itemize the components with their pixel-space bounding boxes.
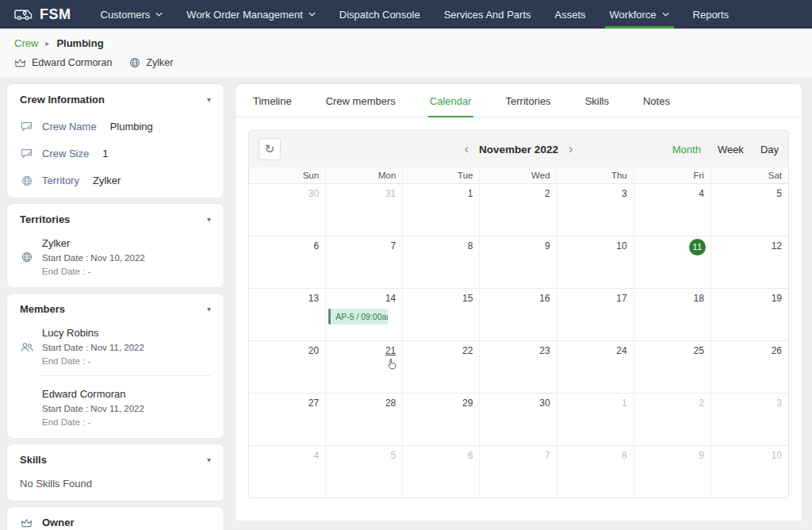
calendar-day-cell[interactable]: 5 xyxy=(326,446,403,497)
calendar-day-cell[interactable]: 31 xyxy=(326,184,403,236)
breadcrumb-parent-link[interactable]: Crew xyxy=(14,37,38,49)
weekday-label: Tue xyxy=(403,167,480,183)
crew-field-crew-name: Crew NamePlumbing xyxy=(20,121,211,132)
calendar-toolbar: ↻ ‹ November 2022 › MonthWeekDay xyxy=(249,131,788,167)
calendar-day-cell[interactable]: 16 xyxy=(480,289,557,340)
calendar-day-cell[interactable]: 7 xyxy=(480,446,557,497)
calendar-day-cell[interactable]: 21 xyxy=(326,341,403,393)
calendar-event[interactable]: AP-5 / 09:00am xyxy=(328,309,388,325)
day-number: 9 xyxy=(545,240,550,252)
nav-item-customers[interactable]: Customers xyxy=(89,0,175,29)
calendar-day-cell[interactable]: 23 xyxy=(480,341,557,393)
calendar-day-cell[interactable]: 8 xyxy=(403,236,480,288)
calendar-day-cell[interactable]: 22 xyxy=(403,341,480,393)
day-number: 4 xyxy=(313,450,319,461)
day-number: 8 xyxy=(468,240,473,252)
nav-item-work-order-management[interactable]: Work Order Management xyxy=(174,0,327,29)
calendar-day-cell[interactable]: 9 xyxy=(480,236,557,288)
tab-crew-members[interactable]: Crew members xyxy=(324,84,397,117)
members-header[interactable]: Members ▾ xyxy=(20,303,211,315)
calendar-day-cell[interactable]: 18 xyxy=(634,289,711,340)
calendar-day-cell[interactable]: 2 xyxy=(480,184,557,236)
calendar-day-cell[interactable]: 7 xyxy=(326,236,403,288)
calendar-day-cell[interactable]: 3 xyxy=(557,184,634,236)
calendar-day-cell[interactable]: 17 xyxy=(557,289,634,340)
calendar-day-cell[interactable]: 4 xyxy=(634,184,711,236)
nav-item-label: Services And Parts xyxy=(444,9,531,21)
top-navbar: FSM CustomersWork Order ManagementDispat… xyxy=(0,0,812,29)
calendar-day-cell[interactable]: 27 xyxy=(249,394,326,445)
calendar-day-cell[interactable]: 30 xyxy=(480,394,557,445)
calendar-day-cell[interactable]: 14AP-5 / 09:00am xyxy=(326,289,403,340)
calendar-day-cell[interactable]: 5 xyxy=(711,184,788,236)
calendar-day-cell[interactable]: 29 xyxy=(403,394,480,445)
calendar-day-cell[interactable]: 3 xyxy=(711,394,788,445)
calendar-day-cell[interactable]: 1 xyxy=(557,394,634,445)
owner-header[interactable]: Owner xyxy=(20,517,211,528)
calendar-day-cell[interactable]: 12 xyxy=(711,236,788,288)
view-day-button[interactable]: Day xyxy=(760,144,779,156)
calendar-day-cell[interactable]: 28 xyxy=(326,394,403,445)
calendar-day-cell[interactable]: 10 xyxy=(557,236,634,288)
territories-header[interactable]: Territories ▾ xyxy=(20,213,211,225)
calendar-day-cell[interactable]: 6 xyxy=(249,236,326,288)
owner-meta: Edward Cormoran xyxy=(14,57,112,68)
tab-notes[interactable]: Notes xyxy=(642,84,672,117)
calendar-day-cell[interactable]: 11 xyxy=(634,236,711,288)
calendar-day-cell[interactable]: 10 xyxy=(711,446,788,497)
view-week-button[interactable]: Week xyxy=(718,144,744,156)
collapse-caret-icon[interactable]: ▾ xyxy=(207,455,211,464)
app-logo[interactable]: FSM xyxy=(8,6,78,23)
prev-month-button[interactable]: ‹ xyxy=(465,143,469,156)
calendar-day-cell[interactable]: 13 xyxy=(249,289,326,340)
view-month-button[interactable]: Month xyxy=(672,144,701,156)
tab-territories[interactable]: Territories xyxy=(504,84,553,117)
calendar-day-cell[interactable]: 26 xyxy=(711,341,788,393)
nav-item-dispatch-console[interactable]: Dispatch Console xyxy=(327,0,432,29)
calendar-week-row: 45678910 xyxy=(249,446,788,497)
collapse-caret-icon[interactable]: ▾ xyxy=(207,95,211,104)
day-number: 1 xyxy=(468,188,473,199)
calendar-day-cell[interactable]: 4 xyxy=(249,446,326,497)
speech-bubble-icon xyxy=(20,148,33,159)
today-badge: 11 xyxy=(689,239,706,255)
member-start-date: Start Date : Nov 11, 2022 xyxy=(42,343,144,352)
people-icon xyxy=(20,328,33,366)
skills-header[interactable]: Skills ▾ xyxy=(20,454,211,466)
breadcrumb: Crew ▸ Plumbing xyxy=(14,37,798,49)
next-month-button[interactable]: › xyxy=(569,143,573,156)
tab-timeline[interactable]: Timeline xyxy=(251,84,293,117)
calendar-day-cell[interactable]: 6 xyxy=(403,446,480,497)
day-number: 19 xyxy=(772,293,782,304)
calendar-day-cell[interactable]: 1 xyxy=(403,184,480,236)
calendar-day-cell[interactable]: 25 xyxy=(634,341,711,393)
refresh-button[interactable]: ↻ xyxy=(259,138,281,160)
tab-skills[interactable]: Skills xyxy=(584,84,611,117)
nav-item-services-and-parts[interactable]: Services And Parts xyxy=(432,0,543,29)
territory-details: ZylkerStart Date : Nov 10, 2022End Date … xyxy=(42,237,145,276)
nav-item-assets[interactable]: Assets xyxy=(543,0,598,29)
nav-item-label: Work Order Management xyxy=(186,9,302,21)
calendar-day-cell[interactable]: 2 xyxy=(634,394,711,445)
member-end-date: End Date : - xyxy=(42,417,144,427)
calendar-day-cell[interactable]: 9 xyxy=(634,446,711,497)
calendar-day-cell[interactable]: 20 xyxy=(249,341,326,393)
member-item: Lucy RobinsStart Date : Nov 11, 2022End … xyxy=(20,327,211,366)
territories-card: Territories ▾ ZylkerStart Date : Nov 10,… xyxy=(6,203,224,288)
calendar-day-cell[interactable]: 30 xyxy=(249,184,326,236)
day-number: 14 xyxy=(385,293,396,304)
field-value: Plumbing xyxy=(110,121,153,132)
calendar-day-cell[interactable]: 15 xyxy=(403,289,480,340)
calendar-day-cell[interactable]: 24 xyxy=(557,341,634,393)
collapse-caret-icon[interactable]: ▾ xyxy=(207,305,211,313)
tab-calendar[interactable]: Calendar xyxy=(428,84,473,117)
nav-item-reports[interactable]: Reports xyxy=(681,0,741,29)
calendar-day-cell[interactable]: 8 xyxy=(557,446,634,497)
crew-information-header[interactable]: Crew Information ▾ xyxy=(20,94,211,106)
day-number: 31 xyxy=(385,188,396,199)
calendar-day-cell[interactable]: 19 xyxy=(711,289,788,340)
collapse-caret-icon[interactable]: ▾ xyxy=(207,215,211,224)
chevron-down-icon xyxy=(662,12,669,17)
month-label: November 2022 xyxy=(479,144,558,156)
nav-item-workforce[interactable]: Workforce xyxy=(598,0,681,29)
